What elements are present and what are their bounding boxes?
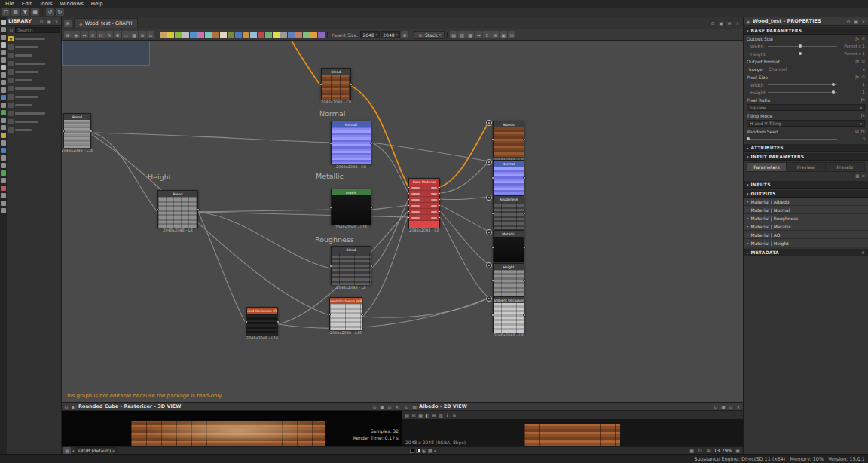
- panel-icon[interactable]: [1, 125, 6, 130]
- channels-icon[interactable]: ▦: [417, 412, 423, 418]
- pin-icon[interactable]: ⊙: [710, 20, 716, 26]
- node-palette-icon[interactable]: [273, 32, 280, 38]
- output-connector-icon[interactable]: [486, 296, 492, 302]
- node-palette-icon[interactable]: [160, 32, 167, 38]
- panel-icon[interactable]: [1, 72, 6, 78]
- function-icon[interactable]: ƒx: [861, 113, 865, 118]
- stack-button[interactable]: ≡ Stack ▾: [414, 31, 445, 39]
- panel-icon[interactable]: [1, 87, 6, 93]
- snapshot-icon[interactable]: ▣: [500, 31, 507, 38]
- menu-help[interactable]: Help: [87, 1, 107, 7]
- node-palette-icon[interactable]: [235, 32, 242, 38]
- node-palette-icon[interactable]: [280, 32, 287, 38]
- output-connector-icon[interactable]: [486, 159, 492, 165]
- node-palette-icon[interactable]: [212, 32, 219, 38]
- list-icon[interactable]: ≡: [861, 173, 865, 178]
- library-item[interactable]: [7, 118, 61, 126]
- panel-icon[interactable]: [1, 186, 6, 191]
- node-output-albedo[interactable]: Albedo2048x2048 - C8: [493, 121, 524, 157]
- pin-icon[interactable]: ⊙: [404, 404, 410, 409]
- library-item[interactable]: [7, 126, 61, 134]
- function-icon[interactable]: ƒx: [855, 59, 859, 63]
- pan-tool-icon[interactable]: ↔: [81, 31, 88, 38]
- section-inputs[interactable]: ▾ INPUTS: [744, 181, 868, 189]
- library-item[interactable]: [7, 109, 61, 118]
- distribute-h-icon[interactable]: ↔: [475, 31, 482, 38]
- panel-icon[interactable]: [1, 193, 6, 198]
- panel-icon[interactable]: [1, 42, 6, 48]
- pin-icon[interactable]: ⊙: [38, 19, 44, 24]
- output-row[interactable]: ▸Material | Albedo: [744, 198, 868, 206]
- library-item[interactable]: [7, 84, 61, 93]
- width-slider[interactable]: [768, 44, 837, 49]
- tiling-icon[interactable]: ⊞: [431, 412, 437, 418]
- panel-icon[interactable]: [1, 170, 6, 176]
- copy-image-icon[interactable]: ⊟: [411, 412, 417, 418]
- save-all-icon[interactable]: ▦: [31, 8, 39, 16]
- library-item[interactable]: [7, 101, 61, 109]
- fit-view-icon[interactable]: ⊡: [97, 31, 105, 38]
- panel-icon[interactable]: [1, 155, 6, 161]
- align-icon[interactable]: ≡: [139, 31, 146, 38]
- snap-icon[interactable]: ⌂: [147, 31, 154, 38]
- library-item[interactable]: [7, 93, 61, 101]
- library-item[interactable]: [7, 43, 61, 51]
- dice-icon[interactable]: ⚂: [855, 129, 859, 133]
- histogram-icon[interactable]: ▥: [438, 412, 444, 418]
- panel-icon[interactable]: [1, 140, 6, 146]
- node-palette-icon[interactable]: [205, 32, 212, 38]
- panel-icon[interactable]: [1, 208, 6, 213]
- graph-canvas[interactable]: This graph is not editable because the p…: [62, 41, 743, 402]
- link-icon[interactable]: ⊙: [861, 59, 865, 63]
- panel-icon[interactable]: [1, 163, 6, 168]
- redo-icon[interactable]: ↻: [56, 8, 64, 16]
- parent-size-height-dropdown[interactable]: 2048▾: [381, 31, 400, 38]
- maximize-icon[interactable]: ⊡: [387, 404, 393, 409]
- library-item[interactable]: [7, 68, 61, 76]
- pixel-height-slider[interactable]: [768, 90, 837, 95]
- float-icon[interactable]: ▣: [46, 19, 52, 24]
- node-palette-icon[interactable]: [197, 32, 204, 38]
- node-output-normal[interactable]: Normal2048x2048 - C16: [493, 160, 524, 195]
- mid-swatch[interactable]: [428, 449, 432, 453]
- node-palette-icon[interactable]: [182, 32, 189, 38]
- panel-icon[interactable]: [1, 178, 6, 183]
- function-icon[interactable]: ƒx: [855, 75, 859, 79]
- float-icon[interactable]: ▣: [853, 19, 859, 24]
- node-blend-left[interactable]: Blend2048x2048 - L16: [63, 113, 91, 148]
- output-row[interactable]: ▸Material | Height: [744, 239, 868, 247]
- node-normal[interactable]: Normal2048x2048 - C8: [331, 121, 371, 164]
- node-palette-icon[interactable]: [228, 32, 234, 38]
- panel-icon[interactable]: [1, 110, 6, 115]
- close-icon[interactable]: ×: [735, 20, 741, 26]
- panel-icon[interactable]: [1, 80, 6, 85]
- node-ao-rtao[interactable]: Ambient Occlusion (RTAO)2048x2048 - L16: [246, 307, 278, 336]
- pin-icon[interactable]: ⊙: [63, 404, 69, 409]
- split-icon[interactable]: ⊟: [726, 20, 732, 26]
- pin-icon[interactable]: ⊙: [713, 404, 719, 409]
- menu-windows[interactable]: Windows: [57, 1, 87, 7]
- distribute-v-icon[interactable]: ↕: [483, 31, 491, 38]
- grid-snap-icon[interactable]: ⊞: [64, 31, 72, 38]
- menu-edit[interactable]: Edit: [18, 1, 36, 7]
- output-row[interactable]: ▸Material | Normal: [744, 206, 868, 214]
- save-icon[interactable]: ▼: [21, 8, 29, 16]
- node-palette-icon[interactable]: [258, 32, 264, 38]
- library-item[interactable]: ★: [7, 35, 61, 43]
- link-icon[interactable]: ⊙: [861, 75, 865, 79]
- link-size-icon[interactable]: ⊕: [401, 31, 408, 38]
- gray-swatch[interactable]: [416, 449, 420, 453]
- pixel-width-slider[interactable]: [768, 82, 837, 87]
- menu-tools[interactable]: Tools: [35, 1, 56, 7]
- filter-icon[interactable]: ≡: [451, 412, 457, 418]
- close-icon[interactable]: ×: [53, 19, 60, 24]
- colorspace-dropdown[interactable]: sRGB (default) ▾: [76, 447, 117, 455]
- node-palette-icon[interactable]: [175, 32, 182, 38]
- pencil-tool-icon[interactable]: ✎: [105, 31, 113, 38]
- image-icon[interactable]: ▣: [735, 448, 741, 453]
- node-blend-roughness[interactable]: Blend2048x2048 - L8: [331, 246, 371, 285]
- height-slider[interactable]: [768, 51, 837, 57]
- output-row[interactable]: ▸Material | Metallic: [744, 222, 868, 231]
- panel-icon[interactable]: [1, 118, 6, 123]
- panel-icon[interactable]: [1, 65, 6, 70]
